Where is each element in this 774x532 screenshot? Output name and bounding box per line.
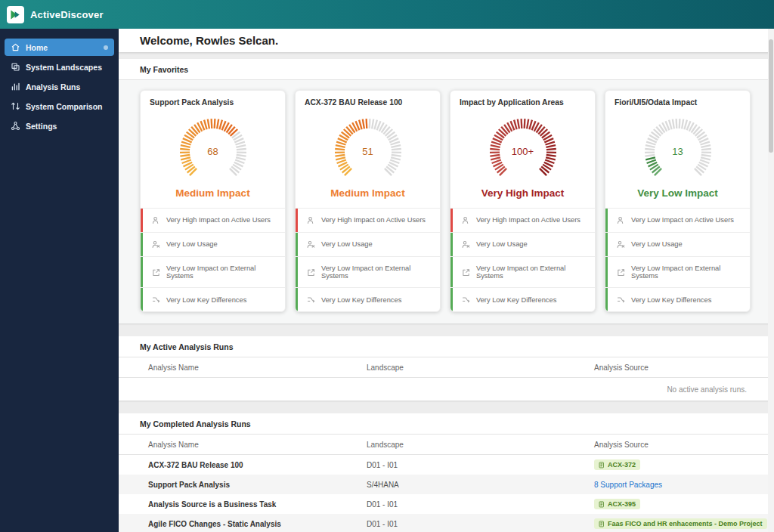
impact-detail-row[interactable]: Very Low Impact on Active Users (605, 208, 750, 232)
impact-detail-text: Very Low Usage (476, 240, 528, 248)
user-icon (152, 216, 160, 224)
impact-details: Very High Impact on Active UsersVery Low… (296, 208, 440, 311)
impact-detail-row[interactable]: Very Low Key Differences (450, 287, 595, 311)
impact-details: Very Low Impact on Active UsersVery Low … (605, 208, 750, 311)
impact-detail-row[interactable]: Very Low Impact on External Systems (141, 256, 285, 287)
table-row[interactable]: ACX-372 BAU Release 100D01 - I01ACX-372 (119, 455, 774, 475)
usage-icon (152, 240, 160, 249)
analysis-source-badge[interactable]: ACX-395 (594, 499, 640, 509)
favorite-card[interactable]: Support Pack Analysis68Medium ImpactVery… (140, 90, 286, 312)
impact-detail-text: Very Low Usage (631, 240, 683, 248)
main-content: Welcome, Rowles Selcan. My Favorites Sup… (119, 29, 774, 532)
scrollbar-thumb[interactable] (769, 39, 773, 153)
landscape-cell: D01 - I01 (367, 461, 594, 469)
gauge: 13 (631, 113, 725, 187)
impact-detail-row[interactable]: Very Low Impact on External Systems (296, 256, 440, 287)
sidebar-item-label: Analysis Runs (26, 82, 80, 91)
table-header-row: Analysis Name Landscape Analysis Source (119, 357, 774, 378)
empty-state-text: No active analysis runs. (667, 385, 747, 394)
table-header-row: Analysis Name Landscape Analysis Source (119, 435, 774, 455)
sidebar-item-home[interactable]: Home (5, 39, 114, 56)
sidebar-item-system-comparison[interactable]: System Comparison (5, 97, 114, 115)
app-header: ActiveDiscover (0, 0, 774, 29)
analysis-name-cell: Analysis Source is a Business Task (148, 500, 367, 509)
impact-level-bar (296, 257, 298, 287)
external-systems-icon (617, 268, 625, 277)
usage-icon (307, 240, 315, 249)
impact-level-bar (296, 209, 298, 232)
analysis-source-cell: Faas FICO and HR enhacements - Demo Proj… (594, 518, 767, 529)
app-logo-icon[interactable] (7, 6, 24, 23)
scrollbar[interactable] (768, 29, 774, 532)
impact-detail-row[interactable]: Very Low Usage (141, 232, 285, 256)
section-title-favorites: My Favorites (119, 59, 774, 80)
impact-details: Very High Impact on Active UsersVery Low… (141, 208, 285, 311)
card-title: Fiori/UI5/Odata Impact (605, 91, 750, 107)
gauge-value: 68 (166, 146, 260, 157)
favorite-card[interactable]: Fiori/UI5/Odata Impact13Very Low ImpactV… (605, 90, 751, 312)
sidebar-item-label: System Landscapes (26, 63, 102, 72)
impact-detail-text: Very Low Impact on Active Users (631, 216, 734, 224)
impact-details: Very High Impact on Active UsersVery Low… (450, 208, 595, 311)
sidebar-item-system-landscapes[interactable]: System Landscapes (5, 58, 114, 76)
impact-detail-text: Very Low Impact on External Systems (166, 264, 279, 280)
table-row[interactable]: Analysis Source is a Business TaskD01 - … (119, 494, 774, 514)
table-row[interactable]: Agile FICO Changes - Static AnalysisD01 … (119, 514, 774, 532)
impact-label: Very Low Impact (605, 187, 750, 199)
impact-label: Very High Impact (450, 187, 595, 199)
completed-runs-table-body: ACX-372 BAU Release 100D01 - I01ACX-372S… (119, 455, 774, 532)
impact-detail-text: Very Low Key Differences (321, 296, 401, 304)
gauge: 68 (166, 113, 260, 187)
impact-detail-row[interactable]: Very Low Usage (450, 232, 595, 256)
impact-detail-row[interactable]: Very Low Key Differences (296, 287, 440, 311)
impact-detail-text: Very High Impact on Active Users (166, 216, 271, 224)
impact-level-bar (141, 288, 143, 311)
impact-detail-text: Very Low Key Differences (166, 296, 246, 304)
gauge-value: 13 (631, 146, 725, 157)
system-landscapes-icon (11, 62, 20, 72)
analysis-source-cell: ACX-395 (594, 499, 751, 509)
column-header-landscape: Landscape (367, 441, 594, 449)
key-differences-icon (462, 295, 470, 304)
gauge: 51 (321, 113, 415, 187)
table-row[interactable]: Support Pack AnalysisS/4HANA8 Support Pa… (119, 475, 774, 494)
analysis-source-badge[interactable]: Faas FICO and HR enhacements - Demo Proj… (594, 518, 767, 529)
analysis-source-badge[interactable]: ACX-372 (594, 459, 640, 470)
sidebar-item-analysis-runs[interactable]: Analysis Runs (5, 78, 114, 95)
impact-level-bar (141, 233, 143, 256)
impact-detail-row[interactable]: Very Low Key Differences (141, 287, 285, 311)
impact-detail-row[interactable]: Very Low Impact on External Systems (450, 256, 595, 287)
impact-level-bar (296, 233, 298, 256)
landscape-cell: S/4HANA (367, 481, 594, 489)
app-title: ActiveDiscover (30, 9, 104, 20)
document-icon (599, 521, 605, 527)
sidebar-item-settings[interactable]: Settings (5, 117, 114, 135)
impact-level-bar (605, 257, 608, 287)
page-title: Welcome, Rowles Selcan. (140, 34, 278, 47)
user-icon (307, 216, 315, 224)
analysis-name-cell: Support Pack Analysis (148, 481, 367, 489)
card-title: Support Pack Analysis (141, 91, 285, 107)
impact-detail-text: Very Low Impact on External Systems (631, 264, 744, 280)
impact-detail-row[interactable]: Very Low Usage (296, 232, 440, 256)
usage-icon (462, 240, 470, 249)
favorite-card[interactable]: ACX-372 BAU Release 10051Medium ImpactVe… (295, 90, 441, 312)
impact-detail-row[interactable]: Very High Impact on Active Users (141, 208, 285, 232)
usage-icon (617, 240, 625, 249)
impact-detail-row[interactable]: Very Low Key Differences (605, 287, 750, 311)
column-header-analysis-name: Analysis Name (148, 441, 367, 449)
empty-state-row: No active analysis runs. (119, 378, 774, 401)
badge-label: Faas FICO and HR enhacements - Demo Proj… (608, 520, 763, 527)
column-header-landscape: Landscape (367, 363, 594, 372)
impact-level-bar (450, 257, 453, 287)
analysis-name-cell: ACX-372 BAU Release 100 (148, 461, 367, 469)
favorite-card[interactable]: Impact by Application Areas100+Very High… (450, 90, 596, 312)
impact-detail-row[interactable]: Very Low Usage (605, 232, 750, 256)
impact-detail-row[interactable]: Very High Impact on Active Users (450, 208, 595, 232)
support-packages-link[interactable]: 8 Support Packages (594, 481, 662, 489)
section-title-completed-runs: My Completed Analysis Runs (119, 413, 774, 435)
impact-detail-text: Very Low Key Differences (631, 296, 711, 304)
impact-level-bar (296, 288, 298, 311)
impact-detail-row[interactable]: Very Low Impact on External Systems (605, 256, 750, 287)
impact-detail-row[interactable]: Very High Impact on Active Users (296, 208, 440, 232)
